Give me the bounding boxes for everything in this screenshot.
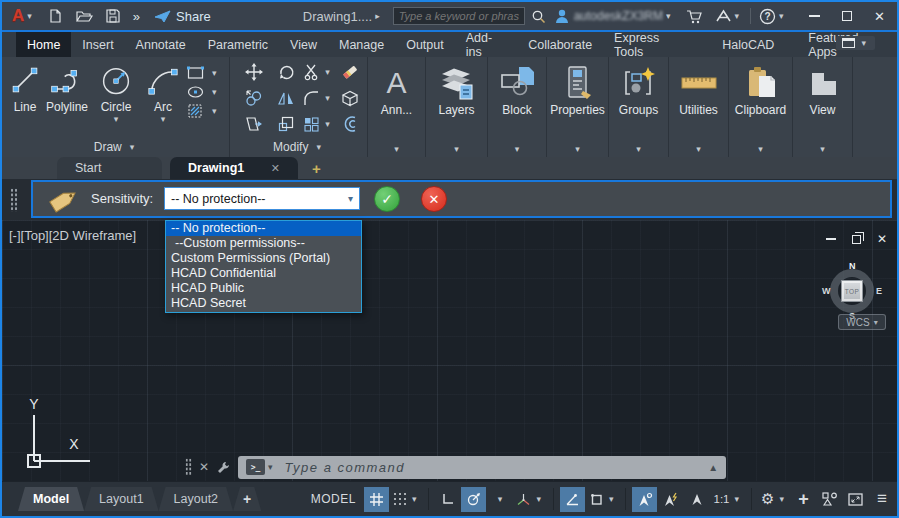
command-customize-wrench-icon[interactable] — [216, 460, 231, 475]
viewport-close-icon[interactable]: ✕ — [877, 232, 887, 246]
viewcube[interactable]: N S W E TOP — [821, 260, 883, 322]
ortho-toggle[interactable] — [435, 487, 460, 512]
ribbon-tab-view[interactable]: View — [279, 32, 328, 57]
properties-panel[interactable]: Properties ▾ — [547, 57, 609, 157]
modify-panel-label[interactable]: Modify ▾ — [230, 137, 367, 157]
dropdown-option[interactable]: HCAD Confidential — [166, 266, 361, 281]
command-prompt-icon[interactable]: >_ — [246, 459, 265, 475]
help-icon[interactable]: ? — [759, 8, 776, 25]
new-file-button[interactable] — [47, 8, 63, 24]
trim-tool[interactable]: ▾ — [302, 59, 334, 85]
line-tool[interactable]: Line — [8, 63, 42, 114]
open-file-button[interactable] — [75, 8, 93, 24]
annotation-visibility-toggle[interactable] — [632, 487, 657, 512]
layout-tab-layout1[interactable]: Layout1 — [84, 487, 158, 511]
cart-icon[interactable] — [686, 9, 703, 24]
command-placeholder[interactable]: Type a command — [285, 460, 405, 475]
command-close-icon[interactable]: ✕ — [199, 460, 209, 474]
explode-tool[interactable] — [334, 85, 366, 111]
share-button[interactable]: Share — [154, 9, 211, 24]
polyline-tool[interactable]: Polyline — [46, 63, 88, 114]
layers-panel-caret-icon[interactable]: ▾ — [454, 144, 459, 154]
crosshair-button[interactable]: + — [791, 487, 816, 512]
layout-tab-layout2[interactable]: Layout2 — [159, 487, 233, 511]
utilities-panel[interactable]: Utilities ▾ — [669, 57, 729, 157]
object-snap-toggle[interactable]: ▾ — [586, 487, 620, 512]
minimize-button[interactable] — [809, 15, 820, 17]
ellipse-tool[interactable]: ▾ — [186, 84, 220, 100]
app-menu-caret-icon[interactable]: ▾ — [27, 11, 32, 21]
polar-caret[interactable]: ▾ — [487, 487, 512, 512]
ribbon-tab-halocad[interactable]: HaloCAD — [711, 32, 785, 57]
ribbon-tab-annotate[interactable]: Annotate — [125, 32, 197, 57]
stretch-tool[interactable] — [238, 111, 270, 137]
utilities-panel-caret-icon[interactable]: ▾ — [696, 144, 701, 154]
viewport-minimize-icon[interactable] — [826, 238, 836, 240]
dropdown-option[interactable]: Custom Permissions (Portal) — [166, 251, 361, 266]
autodesk-logo-icon[interactable] — [715, 9, 732, 23]
grid-display-toggle[interactable] — [364, 487, 389, 512]
search-icon[interactable] — [531, 9, 546, 24]
command-input-bar[interactable]: >_ ▾ Type a command ▲ — [238, 456, 726, 479]
polar-tracking-toggle[interactable] — [461, 487, 486, 512]
ribbon-tab-home[interactable]: Home — [16, 32, 71, 57]
layers-panel[interactable]: Layers ▾ — [426, 57, 488, 157]
rotate-tool[interactable] — [270, 59, 302, 85]
view-panel-caret-icon[interactable]: ▾ — [820, 144, 825, 154]
ribbon-tab-addins[interactable]: Add-ins — [455, 32, 517, 57]
ellipse-caret-icon[interactable]: ▾ — [212, 87, 217, 97]
viewcube-east[interactable]: E — [876, 286, 882, 296]
toolbar-drag-handle[interactable] — [10, 188, 18, 212]
ribbon-tab-parametric[interactable]: Parametric — [197, 32, 279, 57]
circle-tool[interactable]: Circle ▾ — [98, 63, 134, 124]
viewcube-north[interactable]: N — [849, 261, 856, 271]
offset-tool[interactable] — [334, 111, 366, 137]
arc-caret-icon[interactable]: ▾ — [161, 114, 166, 124]
fillet-tool[interactable]: ▾ — [302, 85, 334, 111]
rectangle-caret-icon[interactable]: ▾ — [212, 68, 217, 78]
more-tools-button[interactable]: » — [133, 9, 140, 24]
title-caret-icon[interactable]: ▸ — [375, 11, 380, 21]
view-panel[interactable]: View ▾ — [793, 57, 853, 157]
clean-screen-button[interactable] — [843, 487, 868, 512]
user-avatar-icon[interactable] — [554, 8, 570, 24]
groups-panel[interactable]: Groups ▾ — [609, 57, 669, 157]
isometric-drafting-toggle[interactable]: ▾ — [513, 487, 547, 512]
arc-tool[interactable]: Arc ▾ — [146, 63, 180, 124]
polar-caret-icon[interactable]: ▾ — [498, 494, 503, 504]
rectangle-tool[interactable]: ▾ — [186, 65, 220, 81]
sensitivity-select[interactable]: -- No protection-- ▾ — [164, 187, 360, 210]
search-input[interactable] — [393, 7, 525, 25]
isodraft-caret-icon[interactable]: ▾ — [536, 494, 541, 504]
select-caret-icon[interactable]: ▾ — [348, 193, 353, 204]
array-tool[interactable]: ▾ — [302, 111, 334, 137]
snap-caret-icon[interactable]: ▾ — [412, 494, 417, 504]
command-drag-handle[interactable] — [185, 458, 192, 476]
command-history-caret-icon[interactable]: ▲ — [708, 462, 718, 473]
properties-panel-caret-icon[interactable]: ▾ — [575, 144, 580, 154]
annotation-autoscale-toggle[interactable] — [658, 487, 683, 512]
annotation-scale-value[interactable]: 1:1 ▾ — [710, 487, 745, 512]
groups-panel-caret-icon[interactable]: ▾ — [636, 144, 641, 154]
annotation-panel-caret-icon[interactable]: ▾ — [394, 144, 399, 154]
scale-caret-icon[interactable]: ▾ — [734, 494, 739, 504]
block-panel[interactable]: Block ▾ — [488, 57, 547, 157]
cancel-button[interactable]: ✕ — [421, 186, 447, 212]
scale-tool[interactable] — [270, 111, 302, 137]
ribbon-tab-manage[interactable]: Manage — [328, 32, 395, 57]
account-caret-icon[interactable]: ▾ — [666, 11, 671, 21]
model-space-toggle[interactable]: MODEL — [311, 492, 356, 506]
layout-tab-model[interactable]: Model — [18, 487, 84, 511]
ribbon-tab-output[interactable]: Output — [395, 32, 455, 57]
ribbon-display-toggle[interactable]: ▾ — [836, 36, 875, 50]
viewcube-top-face[interactable]: TOP — [841, 280, 863, 302]
array-caret-icon[interactable]: ▾ — [325, 119, 330, 129]
clipboard-panel[interactable]: Clipboard ▾ — [729, 57, 793, 157]
gear-caret-icon[interactable]: ▾ — [779, 494, 784, 504]
object-snap-tracking-toggle[interactable] — [560, 487, 585, 512]
command-recent-caret-icon[interactable]: ▾ — [268, 462, 273, 472]
block-panel-caret-icon[interactable]: ▾ — [515, 144, 520, 154]
ribbon-tab-collaborate[interactable]: Collaborate — [517, 32, 603, 57]
draw-panel-label[interactable]: Draw ▾ — [2, 137, 229, 157]
annotation-panel[interactable]: A Ann... ▾ — [368, 57, 426, 157]
